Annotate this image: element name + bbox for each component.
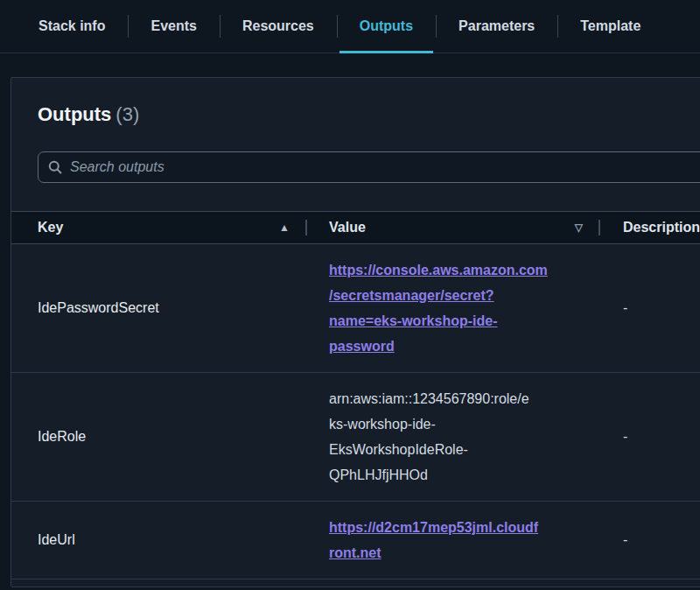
output-value-cell: https://d2cm17mep53jml.cloudf ront.net [305,515,598,565]
panel-title: Outputs(3) [38,102,700,127]
table-row-ide-role: IdeRole arn:aws:iam::1234567890:role/e k… [11,373,700,502]
outputs-table: Key ▲ Value ▽ Description IdePasswordSec… [11,211,700,579]
search-box [38,151,700,183]
cloudformation-stack-outputs-page: { "colors": { "page-bg": "#0e1620", "car… [0,0,700,590]
search-icon [48,160,62,174]
output-value-text: arn:aws:iam::1234567890:role/e ks-worksh… [329,391,529,482]
column-header-description-label: Description [623,220,700,235]
output-key: IdeRole [11,429,305,445]
tab-outputs[interactable]: Outputs [337,0,436,53]
sort-ascending-icon: ▲ [279,221,290,234]
column-header-value[interactable]: Value ▽ [305,212,598,243]
outputs-panel-header: Outputs(3) [11,78,700,127]
table-row-ide-url: IdeUrl https://d2cm17mep53jml.cloudf ron… [11,502,700,579]
tab-stack-info[interactable]: Stack info [16,0,128,53]
tab-parameters[interactable]: Parameters [436,0,557,53]
output-description: - [598,300,700,316]
column-header-key-label: Key [38,220,63,235]
outputs-panel: Outputs(3) Key ▲ Value ▽ Description [10,77,700,587]
output-description: - [598,429,700,445]
table-row-ide-password-secret: IdePasswordSecret https://console.aws.am… [11,244,700,373]
panel-count: (3) [116,103,139,125]
outputs-table-header: Key ▲ Value ▽ Description [11,211,700,244]
output-value-cell: https://console.aws.amazon.com /secretsm… [305,257,598,359]
tab-template[interactable]: Template [557,0,663,53]
stack-detail-tabs: Stack info Events Resources Outputs Para… [0,0,700,53]
output-description: - [598,532,700,548]
output-value-link[interactable]: https://d2cm17mep53jml.cloudf ront.net [329,520,538,560]
column-header-value-label: Value [329,220,366,235]
panel-title-text: Outputs [38,103,111,125]
column-header-key[interactable]: Key ▲ [11,212,305,243]
output-value-link[interactable]: https://console.aws.amazon.com /secretsm… [329,263,548,354]
tab-resources[interactable]: Resources [220,0,337,53]
output-key: IdeUrl [11,532,305,548]
sort-unsorted-icon: ▽ [575,221,583,234]
column-header-description[interactable]: Description [598,212,700,243]
output-key: IdePasswordSecret [11,300,305,316]
output-value-cell: arn:aws:iam::1234567890:role/e ks-worksh… [305,386,598,488]
search-input[interactable] [70,159,699,175]
tab-events[interactable]: Events [128,0,219,53]
